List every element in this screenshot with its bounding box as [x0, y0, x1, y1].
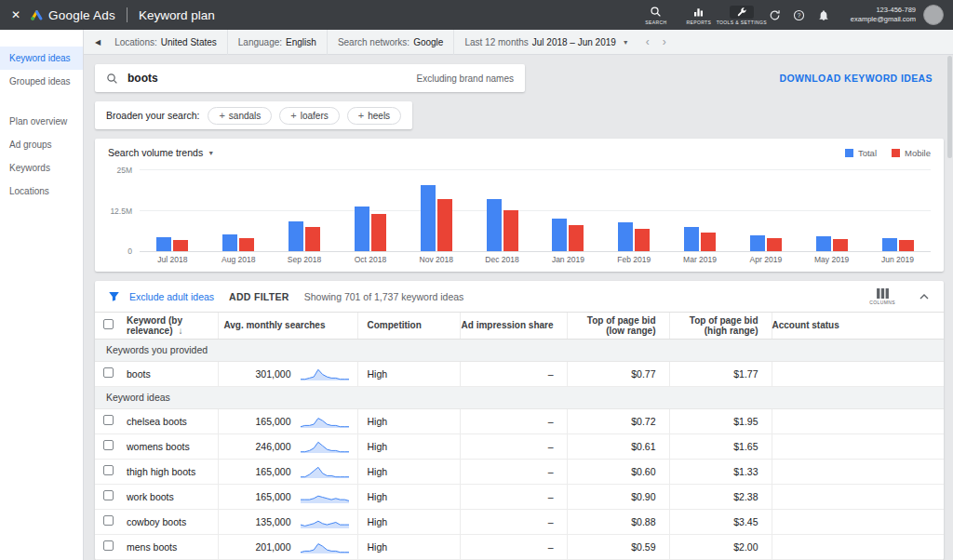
- chart-type-dropdown[interactable]: Search volume trends ▼: [108, 147, 214, 158]
- top-of-page-bid-high-cell: $3.45: [669, 509, 772, 534]
- sidebar-item-ad-groups[interactable]: Ad groups: [0, 133, 83, 156]
- avg-searches-value: 165,000: [256, 491, 291, 502]
- chevron-left-icon[interactable]: ◀: [95, 38, 101, 47]
- close-icon[interactable]: ✕: [11, 8, 20, 21]
- setting-locations[interactable]: Locations:United States: [104, 30, 227, 55]
- bar-pair: [156, 169, 188, 251]
- date-next-icon[interactable]: ›: [656, 35, 673, 48]
- sparkline: [300, 514, 350, 529]
- sidebar-item-keywords[interactable]: Keywords: [0, 156, 83, 180]
- chip-label: heels: [368, 111, 390, 121]
- scrollbar-thumb[interactable]: [947, 56, 952, 158]
- account-info: 123-456-789 example@gmail.com: [851, 6, 916, 24]
- bar-pair: [487, 169, 518, 251]
- setting-last-12-months[interactable]: Last 12 monthsJul 2018 – Jun 2019▼: [453, 30, 638, 55]
- chart-x-label: Feb 2019: [617, 255, 651, 264]
- broaden-chip-sandals[interactable]: +sandals: [208, 107, 272, 125]
- bar-mobile-nov-2018: [437, 199, 452, 251]
- sidebar-item-locations[interactable]: Locations: [0, 180, 83, 203]
- column-header-top-of-page-bid-high-range[interactable]: Top of page bid (high range): [669, 313, 772, 339]
- topbar-tools-settings-button[interactable]: TOOLS & SETTINGS: [720, 0, 763, 30]
- brand-name: Google Ads: [48, 8, 115, 22]
- date-prev-icon[interactable]: ‹: [639, 35, 656, 48]
- collapse-table-button[interactable]: [910, 294, 931, 300]
- help-icon: ?: [793, 9, 805, 21]
- chart-x-label: Mar 2019: [683, 255, 717, 264]
- columns-button[interactable]: COLUMNS: [869, 288, 895, 305]
- row-checkbox[interactable]: [103, 540, 114, 551]
- account-status-cell: [772, 361, 944, 386]
- column-header-account-status[interactable]: Account status: [772, 313, 944, 339]
- account-status-cell: [772, 509, 944, 534]
- bar-pair: [618, 169, 650, 251]
- row-checkbox[interactable]: [103, 367, 114, 378]
- topbar-reports-button[interactable]: REPORTS: [678, 0, 720, 30]
- help-button[interactable]: ?: [787, 9, 812, 21]
- chart-x-label: Jul 2018: [157, 255, 187, 264]
- keyword-cell: boots: [123, 361, 218, 386]
- refresh-icon: [769, 9, 781, 21]
- keyword-search-input[interactable]: boots Excluding brand names: [95, 64, 525, 92]
- row-checkbox[interactable]: [103, 465, 114, 475]
- refresh-button[interactable]: [763, 9, 787, 21]
- google-ads-logo[interactable]: Google Ads: [30, 8, 115, 22]
- column-header-competition[interactable]: Competition: [357, 313, 460, 339]
- competition-cell: High: [357, 408, 460, 433]
- column-header-label: Account status: [772, 320, 839, 330]
- bar-mobile-dec-2018: [503, 210, 518, 251]
- avg-monthly-searches-cell: 246,000: [218, 433, 357, 459]
- row-checkbox[interactable]: [103, 440, 114, 450]
- table-row-womens-boots: womens boots246,000High–$0.61$1.65: [95, 433, 944, 459]
- setting-language[interactable]: Language:English: [227, 30, 327, 55]
- top-of-page-bid-low-cell: $0.60: [567, 459, 669, 484]
- avatar[interactable]: [923, 5, 944, 25]
- add-filter-button[interactable]: ADD FILTER: [229, 291, 289, 302]
- chart-x-label: Aug 2018: [221, 255, 255, 264]
- chart-x-label: Dec 2018: [485, 255, 518, 264]
- search-icon: [106, 73, 118, 85]
- chart-x-label: Oct 2018: [355, 255, 387, 264]
- select-all-cell: [95, 313, 123, 339]
- topbar-nav: SEARCHREPORTSTOOLS & SETTINGS: [635, 0, 763, 30]
- row-checkbox[interactable]: [103, 515, 114, 526]
- notifications-button[interactable]: [812, 9, 836, 21]
- select-all-checkbox[interactable]: [103, 319, 114, 329]
- row-checkbox[interactable]: [103, 415, 114, 425]
- setting-search-networks[interactable]: Search networks:Google: [327, 30, 454, 55]
- column-header-top-of-page-bid-low-range[interactable]: Top of page bid (low range): [567, 313, 669, 339]
- table-row-cowboy-boots: cowboy boots135,000High–$0.88$3.45: [95, 509, 944, 534]
- row-checkbox[interactable]: [103, 490, 114, 500]
- scrollbar[interactable]: [946, 56, 953, 558]
- search-row: boots Excluding brand names DOWNLOAD KEY…: [95, 64, 944, 92]
- chart-group-mar-2019: Mar 2019: [667, 169, 733, 264]
- checkbox-cell: [95, 509, 123, 534]
- avg-monthly-searches-cell: 301,000: [218, 361, 357, 386]
- ads-triangle-icon: [30, 9, 44, 21]
- ad-impression-share-cell: –: [460, 509, 567, 534]
- column-header-ad-impression-share[interactable]: Ad impression share: [460, 313, 567, 339]
- setting-value: United States: [161, 37, 217, 47]
- download-keyword-ideas-link[interactable]: DOWNLOAD KEYWORD IDEAS: [779, 73, 933, 84]
- sidebar-item-keyword-ideas[interactable]: Keyword ideas: [0, 47, 83, 70]
- column-header-avg-monthly-searches[interactable]: Avg. monthly searches: [218, 313, 357, 339]
- competition-cell: High: [357, 433, 460, 459]
- avg-searches-value: 301,000: [256, 368, 291, 380]
- bar-mobile-aug-2018: [239, 238, 254, 251]
- column-header-keyword-by-relevance[interactable]: Keyword (by relevance)↓: [123, 313, 218, 339]
- sidebar-item-plan-overview[interactable]: Plan overview: [0, 110, 83, 133]
- app-body: Keyword ideasGrouped ideasPlan overviewA…: [0, 30, 953, 560]
- sidebar-item-grouped-ideas[interactable]: Grouped ideas: [0, 70, 83, 93]
- topbar: ✕ Google Ads Keyword plan SEARCHREPORTST…: [0, 0, 953, 30]
- exclude-adult-ideas-link[interactable]: Exclude adult ideas: [129, 291, 214, 302]
- account-status-cell: [772, 433, 944, 459]
- top-of-page-bid-high-cell: $1.95: [669, 408, 772, 433]
- broaden-label: Broaden your search:: [106, 110, 199, 121]
- setting-label: Language:: [238, 37, 282, 47]
- competition-cell: High: [357, 484, 460, 509]
- topbar-search-button[interactable]: SEARCH: [635, 0, 678, 30]
- broaden-chip-heels[interactable]: +heels: [347, 107, 401, 125]
- broaden-chip-loafers[interactable]: +loafers: [279, 107, 339, 125]
- bar-total-oct-2018: [355, 207, 369, 251]
- page-title: Keyword plan: [139, 8, 215, 22]
- divider: [127, 7, 128, 22]
